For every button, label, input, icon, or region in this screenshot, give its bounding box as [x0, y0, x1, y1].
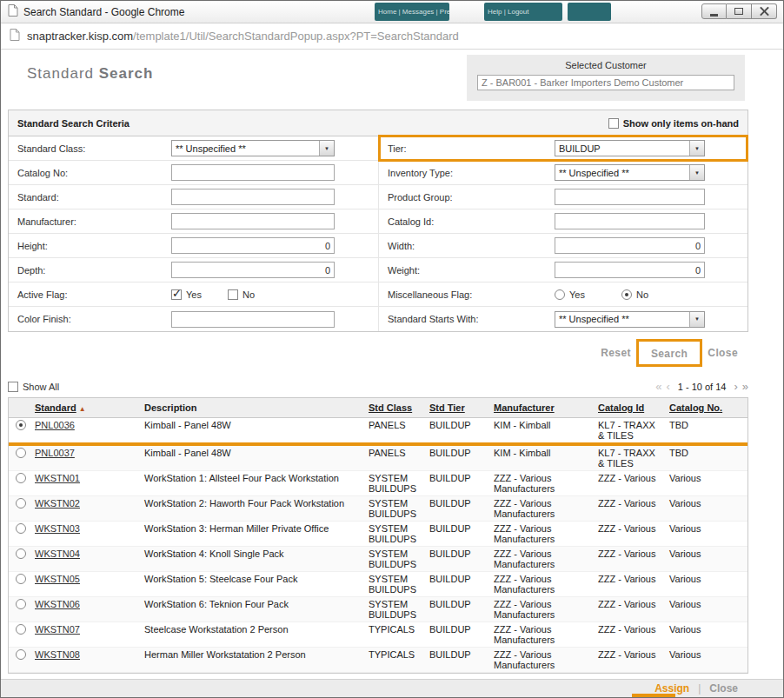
column-header-catalog-id[interactable]: Catalog Id [598, 402, 644, 413]
row-radio[interactable] [16, 624, 26, 635]
standard-starts-select[interactable]: ** Unspecified **▼ [555, 311, 705, 328]
reset-button[interactable]: Reset [601, 347, 631, 359]
weight-input[interactable] [555, 262, 705, 278]
column-header-manufacturer[interactable]: Manufacturer [494, 402, 555, 413]
table-row: WKSTN07 Steelcase Workstatation 2 Person… [9, 622, 747, 648]
assign-button-highlight [632, 694, 675, 697]
row-radio[interactable] [16, 498, 26, 509]
standard-input[interactable] [171, 189, 335, 205]
cell-std-class: SYSTEM BUILDUPS [365, 471, 426, 496]
column-header-standard[interactable]: Standard [35, 402, 76, 413]
cell-std-tier: BUILDUP [426, 597, 490, 622]
show-onhand-checkbox[interactable] [608, 118, 619, 129]
footer-close-button[interactable]: Close [709, 682, 738, 695]
last-page-icon[interactable]: » [742, 381, 748, 392]
column-header-std-tier[interactable]: Std Tier [429, 402, 465, 413]
misc-yes-radio[interactable] [555, 289, 565, 300]
row-radio[interactable] [16, 448, 26, 458]
product-group-label: Product Group: [388, 192, 555, 203]
cell-description: Kimball - Panel 48W [141, 444, 365, 471]
standard-link[interactable]: WKSTN07 [35, 624, 80, 635]
selected-customer-input[interactable] [477, 75, 734, 90]
row-radio[interactable] [16, 574, 26, 584]
misc-flag-label: Miscellaneous Flag: [388, 289, 555, 300]
maximize-icon [734, 8, 743, 15]
standard-link[interactable]: WKSTN06 [35, 599, 80, 609]
tier-select[interactable]: BUILDUP▼ [555, 140, 705, 156]
row-radio[interactable] [16, 473, 26, 483]
table-row: WKSTN08 Herman Miller Workstatation 2 Pe… [9, 648, 747, 673]
minimize-button[interactable] [701, 3, 727, 19]
show-all-checkbox[interactable] [8, 382, 18, 392]
cell-std-tier: BUILDUP [426, 622, 490, 648]
row-radio[interactable] [16, 523, 26, 534]
show-onhand-toggle[interactable]: Show only items on-hand [608, 118, 739, 129]
standard-class-select[interactable]: ** Unspecified **▼ [171, 140, 335, 156]
column-header-std-class[interactable]: Std Class [369, 402, 412, 413]
table-row: WKSTN04 WorkStation 4: Knoll Single Pack… [9, 547, 747, 572]
selected-customer-panel: Selected Customer [467, 55, 745, 101]
maximize-button[interactable] [727, 3, 752, 19]
background-window-glass-left: Home | Messages | Presentations [375, 3, 449, 21]
manufacturer-label: Manufacturer: [17, 216, 171, 227]
column-header-catalog-no[interactable]: Catalog No. [669, 402, 722, 413]
catalog-id-input[interactable] [555, 213, 705, 229]
show-all-label: Show All [23, 382, 59, 392]
height-input[interactable] [171, 237, 335, 254]
inventory-type-label: Inventory Type: [388, 168, 555, 178]
manufacturer-input[interactable] [171, 213, 335, 229]
cell-manufacturer: ZZZ - Various Manufacturers [490, 496, 595, 522]
cell-catalog-no: TBD [666, 418, 747, 445]
results-table-body: PNL0036 Kimball - Panel 48W PANELS BUILD… [9, 418, 747, 673]
pagination: « ‹ 1 - 10 of 14 › » [655, 381, 748, 392]
active-flag-label: Active Flag: [17, 289, 171, 300]
standard-link[interactable]: WKSTN02 [35, 498, 80, 509]
page-content: Standard Search Selected Customer Standa… [1, 50, 783, 678]
table-row: WKSTN06 WorkStation 6: Teknion Four Pack… [9, 597, 747, 622]
standard-link[interactable]: WKSTN03 [35, 523, 80, 534]
show-all-toggle[interactable]: Show All [8, 382, 59, 392]
product-group-input[interactable] [555, 189, 705, 205]
catalog-no-input[interactable] [171, 164, 335, 181]
width-input[interactable] [555, 237, 705, 254]
standard-link[interactable]: PNL0037 [35, 448, 75, 458]
cell-std-class: SYSTEM BUILDUPS [365, 597, 426, 622]
cell-manufacturer: ZZZ - Various Manufacturers [490, 547, 595, 572]
column-header-description: Description [141, 398, 365, 418]
depth-label: Depth: [17, 265, 171, 276]
address-bar[interactable]: snaptracker.kisp.com/template1/Util/Sear… [1, 23, 783, 50]
cell-std-class: PANELS [365, 418, 426, 445]
next-page-icon[interactable]: › [734, 381, 737, 392]
selected-customer-label: Selected Customer [477, 60, 734, 70]
window-controls [701, 3, 777, 19]
standard-link[interactable]: WKSTN01 [35, 473, 80, 483]
cell-std-tier: BUILDUP [426, 471, 490, 496]
standard-link[interactable]: WKSTN04 [35, 548, 80, 559]
row-radio[interactable] [16, 599, 26, 609]
misc-no-radio[interactable] [621, 289, 632, 300]
inventory-type-select[interactable]: ** Unspecified **▼ [555, 164, 705, 181]
color-finish-input[interactable] [171, 311, 335, 328]
active-yes-checkbox[interactable] [171, 289, 182, 300]
prev-page-icon[interactable]: ‹ [666, 381, 669, 392]
search-button[interactable]: Search [651, 348, 688, 360]
first-page-icon[interactable]: « [655, 381, 661, 392]
standard-link[interactable]: PNL0036 [35, 420, 75, 430]
minimize-icon [710, 14, 718, 17]
cell-catalog-no: Various [666, 522, 747, 547]
depth-input[interactable] [171, 262, 335, 278]
standard-link[interactable]: WKSTN05 [35, 574, 80, 584]
close-window-button[interactable] [752, 3, 777, 19]
row-radio[interactable] [16, 548, 26, 559]
close-icon [760, 7, 769, 17]
misc-yes-label: Yes [569, 289, 585, 300]
criteria-close-button[interactable]: Close [708, 347, 738, 359]
assign-button[interactable]: Assign [654, 682, 689, 695]
cell-manufacturer: ZZZ - Various Manufacturers [490, 622, 595, 648]
standard-link[interactable]: WKSTN08 [35, 649, 80, 660]
window-titlebar: Search Standard - Google Chrome Home | M… [1, 1, 783, 23]
row-radio[interactable] [16, 649, 26, 660]
show-onhand-label: Show only items on-hand [623, 118, 739, 129]
active-no-checkbox[interactable] [228, 289, 238, 300]
row-radio[interactable] [16, 420, 26, 430]
